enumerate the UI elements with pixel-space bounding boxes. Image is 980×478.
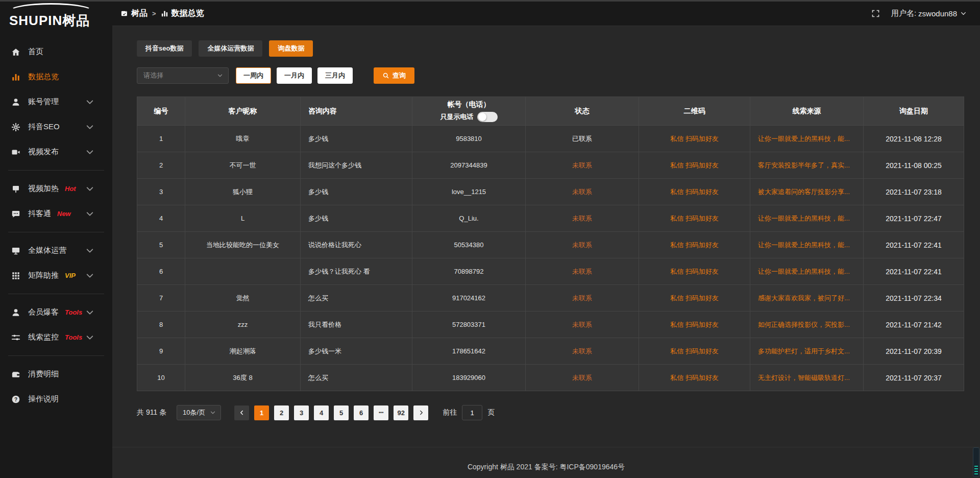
sidebar-item-omni-media[interactable]: 全媒体运营 [0, 238, 112, 263]
user-menu[interactable]: 用户名: zswodun88 [891, 9, 967, 18]
next-page-button[interactable] [413, 405, 428, 420]
source-link[interactable]: 感谢大家喜欢我家，被问了好... [758, 294, 850, 302]
tab-inquiry-data[interactable]: 询盘数据 [269, 40, 313, 57]
page-size-select[interactable]: 10条/页 [177, 405, 221, 420]
page-button-1[interactable]: 1 [254, 405, 269, 420]
edge-widget[interactable] [973, 447, 979, 477]
range-button-one-week[interactable]: 一周内 [236, 67, 271, 84]
cell-status: 未联系 [526, 338, 639, 365]
sidebar-item-label: 抖客通 [28, 209, 51, 219]
data-tabs: 抖音seo数据全媒体运营数据询盘数据 [137, 40, 964, 57]
cell-qr: 私信 扫码加好友 [639, 338, 750, 365]
page-button-5[interactable]: 5 [334, 405, 349, 420]
sidebar-item-label: 账号管理 [28, 97, 59, 107]
cell-content: 多少钱一米 [301, 338, 412, 365]
qr-add-friend-link[interactable]: 私信 扫码加好友 [670, 268, 719, 275]
source-link[interactable]: 让你一眼就爱上的黑科技，能... [758, 241, 850, 249]
qr-add-friend-link[interactable]: 私信 扫码加好友 [670, 135, 719, 142]
qr-add-friend-link[interactable]: 私信 扫码加好友 [670, 241, 719, 249]
chevron-left-icon [239, 410, 245, 416]
cell-account: 70898792 [412, 258, 526, 285]
page-button-2[interactable]: 2 [274, 405, 289, 420]
range-button-one-month[interactable]: 一月内 [277, 67, 312, 84]
search-icon [382, 72, 389, 79]
account-select[interactable]: 请选择 [137, 67, 229, 84]
source-link[interactable]: 多功能护栏灯，适用于乡村文... [758, 347, 850, 355]
cell-qr: 私信 扫码加好友 [639, 179, 750, 205]
fullscreen-icon[interactable] [871, 9, 880, 18]
chevron-down-icon [85, 123, 94, 132]
sidebar-item-consumption-detail[interactable]: 消费明细 [0, 362, 112, 387]
tab-douyin-seo-data[interactable]: 抖音seo数据 [137, 40, 192, 57]
sidebar-item-operation-guide[interactable]: ?操作说明 [0, 387, 112, 412]
cell-source: 客厅安装投影半年多了，真实... [750, 152, 864, 179]
tab-omni-media-data[interactable]: 全媒体运营数据 [199, 40, 262, 57]
cell-nickname: 潮起潮落 [185, 338, 301, 365]
source-link[interactable]: 客厅安装投影半年多了，真实... [758, 161, 850, 169]
filter-bar: 请选择一周内一月内三月内查询 [137, 67, 964, 84]
cell-content: 我想问这个多少钱 [301, 152, 412, 179]
main-content: 抖音seo数据全媒体运营数据询盘数据 请选择一周内一月内三月内查询 编号客户昵称… [112, 0, 980, 478]
video-camera-icon [11, 148, 20, 157]
cell-no: 1 [137, 126, 185, 152]
query-button[interactable]: 查询 [374, 67, 414, 84]
sidebar-item-label: 会员爆客 [28, 307, 59, 317]
table-row: 3狐小狸多少钱love__1215未联系私信 扫码加好友被大家追着问的客厅投影分… [137, 179, 964, 205]
sidebar-item-douyin-seo[interactable]: 抖音SEO [0, 114, 112, 139]
source-link[interactable]: 让你一眼就爱上的黑科技，能... [758, 214, 850, 222]
cell-account: 572803371 [412, 312, 526, 338]
page-button-3[interactable]: 3 [294, 405, 309, 420]
table-row: 1哦章多少钱9583810已联系私信 扫码加好友让你一眼就爱上的黑科技，能...… [137, 126, 964, 152]
cell-no: 10 [137, 365, 185, 391]
sidebar-item-matrix-boost[interactable]: 矩阵助推VIP [0, 263, 112, 288]
phone-only-toggle[interactable] [477, 112, 498, 122]
source-link[interactable]: 让你一眼就爱上的黑科技，能... [758, 135, 850, 142]
sidebar-item-member-burst[interactable]: 会员爆客Tools [0, 300, 112, 325]
sidebar-item-douketong[interactable]: 抖客通New [0, 201, 112, 226]
source-link[interactable]: 被大家追着问的客厅投影分享... [758, 188, 850, 196]
chevron-down-icon [210, 410, 216, 416]
status-badge: 未联系 [572, 268, 592, 275]
cell-content: 我只看价格 [301, 312, 412, 338]
cell-status: 未联系 [526, 312, 639, 338]
sidebar-item-video-publish[interactable]: 视频发布 [0, 139, 112, 164]
status-badge: 未联系 [572, 294, 592, 302]
sidebar-item-badge: Tools [65, 308, 82, 316]
breadcrumb-item[interactable]: 数据总览 [161, 8, 204, 19]
sidebar-item-video-heat[interactable]: 视频加热Hot [0, 176, 112, 201]
cell-date: 2021-11-07 23:18 [864, 179, 964, 205]
sidebar-item-account-management[interactable]: 账号管理 [0, 89, 112, 114]
page-button-6[interactable]: 6 [354, 405, 369, 420]
page-button-4[interactable]: 4 [314, 405, 329, 420]
qr-add-friend-link[interactable]: 私信 扫码加好友 [670, 161, 719, 169]
status-badge: 未联系 [572, 321, 592, 328]
qr-add-friend-link[interactable]: 私信 扫码加好友 [670, 347, 719, 355]
sidebar-item-label: 线索监控 [28, 332, 59, 342]
goto-page-input[interactable]: 1 [462, 405, 482, 420]
qr-add-friend-link[interactable]: 私信 扫码加好友 [670, 374, 719, 381]
sidebar-item-clue-monitor[interactable]: 线索监控Tools [0, 325, 112, 350]
page-button-92[interactable]: 92 [394, 405, 408, 420]
range-button-three-months[interactable]: 三月内 [317, 67, 353, 84]
breadcrumb-item[interactable]: 树品 [120, 8, 148, 19]
cell-account: 183929060 [412, 365, 526, 391]
sidebar-item-data-overview[interactable]: 数据总览 [0, 64, 112, 89]
qr-add-friend-link[interactable]: 私信 扫码加好友 [670, 214, 719, 222]
source-link[interactable]: 如何正确选择投影仪，买投影... [758, 321, 850, 328]
source-link[interactable]: 让你一眼就爱上的黑科技，能... [758, 268, 850, 275]
qr-add-friend-link[interactable]: 私信 扫码加好友 [670, 294, 719, 302]
cell-qr: 私信 扫码加好友 [639, 258, 750, 285]
prev-page-button[interactable] [234, 405, 249, 420]
qr-add-friend-link[interactable]: 私信 扫码加好友 [670, 188, 719, 196]
sidebar-item-label: 数据总览 [28, 72, 59, 82]
source-link[interactable]: 无主灯设计，智能磁吸轨道灯... [758, 374, 850, 381]
topbar: 树品>数据总览 用户名: zswodun88 [112, 2, 980, 26]
table-row: 2不可一世我想问这个多少钱2097344839未联系私信 扫码加好友客厅安装投影… [137, 152, 964, 179]
cell-status: 未联系 [526, 365, 639, 391]
status-badge: 未联系 [572, 161, 592, 169]
cell-date: 2021-11-08 12:28 [864, 126, 964, 152]
page-ellipsis-button[interactable]: ••• [374, 405, 388, 420]
cell-status: 未联系 [526, 258, 639, 285]
sidebar-item-home[interactable]: 首页 [0, 39, 112, 64]
qr-add-friend-link[interactable]: 私信 扫码加好友 [670, 321, 719, 328]
